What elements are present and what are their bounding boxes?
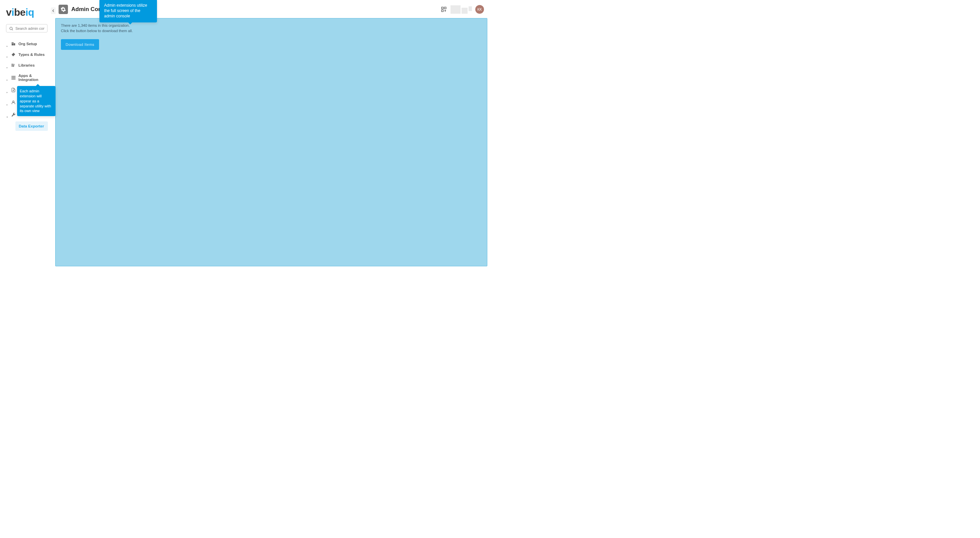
- svg-rect-14: [14, 76, 15, 77]
- svg-rect-23: [444, 7, 446, 9]
- sidebar: vibeiq Org Setup: [0, 0, 55, 269]
- svg-rect-9: [12, 63, 13, 67]
- nav-label: Apps & Integration: [18, 74, 52, 82]
- svg-rect-11: [13, 64, 14, 67]
- gear-icon: [59, 5, 68, 14]
- svg-rect-6: [12, 43, 13, 44]
- download-items-button[interactable]: Download Items: [61, 39, 99, 50]
- logo: vibeiq: [6, 7, 52, 18]
- svg-rect-13: [13, 76, 14, 77]
- nav-item-libraries[interactable]: Libraries: [6, 60, 52, 71]
- nav-label: Libraries: [18, 63, 35, 67]
- chevron-right-icon: [6, 43, 8, 45]
- svg-line-1: [12, 29, 13, 30]
- nav-item-types-rules[interactable]: Types & Rules: [6, 49, 52, 60]
- sidebar-collapse-button[interactable]: [51, 7, 56, 14]
- nav-item-apps-integration[interactable]: Apps & Integration: [6, 71, 52, 85]
- svg-rect-24: [441, 10, 443, 12]
- search-input[interactable]: [15, 27, 45, 30]
- svg-point-0: [10, 27, 13, 30]
- main-content: Admin Console KK There are 1,340 items i…: [55, 0, 490, 269]
- svg-point-8: [12, 53, 13, 54]
- search-box[interactable]: [6, 24, 48, 32]
- books-icon: [11, 63, 16, 68]
- chevron-down-icon: [6, 114, 8, 116]
- nav-label: Org Setup: [18, 42, 37, 46]
- svg-rect-18: [12, 79, 13, 79]
- building-icon: [11, 41, 16, 46]
- search-icon: [9, 26, 13, 30]
- nav-sub: Data Exporter: [6, 121, 52, 131]
- callout-top: Admin extensions utilize the full screen…: [99, 0, 157, 22]
- svg-rect-16: [13, 77, 14, 78]
- panel-line-2: Click the button below to download them …: [61, 29, 482, 34]
- wrench-icon: [11, 113, 16, 117]
- upload-file-icon: [11, 88, 16, 92]
- placeholder-blocks: [450, 5, 472, 14]
- svg-rect-7: [13, 43, 13, 44]
- dashboard-add-icon[interactable]: [441, 6, 447, 13]
- svg-rect-2: [12, 42, 14, 45]
- avatar[interactable]: KK: [475, 5, 484, 14]
- svg-rect-3: [14, 43, 15, 45]
- nav-list: Org Setup Types & Rules Libraries: [6, 38, 52, 131]
- svg-rect-20: [14, 79, 15, 79]
- chevron-right-icon: [6, 64, 8, 67]
- svg-point-21: [13, 101, 14, 102]
- grid-icon: [11, 75, 16, 80]
- nav-item-org-setup[interactable]: Org Setup: [6, 38, 52, 49]
- svg-rect-10: [13, 63, 13, 67]
- chevron-right-icon: [6, 89, 8, 91]
- svg-rect-4: [12, 43, 13, 43]
- svg-rect-12: [12, 76, 13, 77]
- callout-left: Each admin extension will appear as a se…: [17, 86, 56, 116]
- nav-sub-data-exporter[interactable]: Data Exporter: [15, 121, 48, 131]
- header-right: KK: [441, 5, 484, 14]
- chevron-right-icon: [6, 54, 8, 56]
- panel-text: There are 1,340 items in this organizati…: [61, 23, 482, 34]
- chevron-right-icon: [6, 102, 8, 104]
- chevron-right-icon: [6, 77, 8, 79]
- svg-rect-22: [441, 7, 443, 9]
- svg-rect-15: [12, 77, 13, 78]
- content-panel: There are 1,340 items in this organizati…: [55, 18, 487, 266]
- user-icon: [11, 100, 16, 105]
- svg-rect-19: [13, 79, 14, 79]
- svg-rect-5: [13, 43, 13, 43]
- svg-rect-17: [14, 77, 15, 78]
- panel-line-1: There are 1,340 items in this organizati…: [61, 23, 482, 29]
- nav-label: Types & Rules: [18, 52, 45, 57]
- tools-icon: [11, 52, 16, 57]
